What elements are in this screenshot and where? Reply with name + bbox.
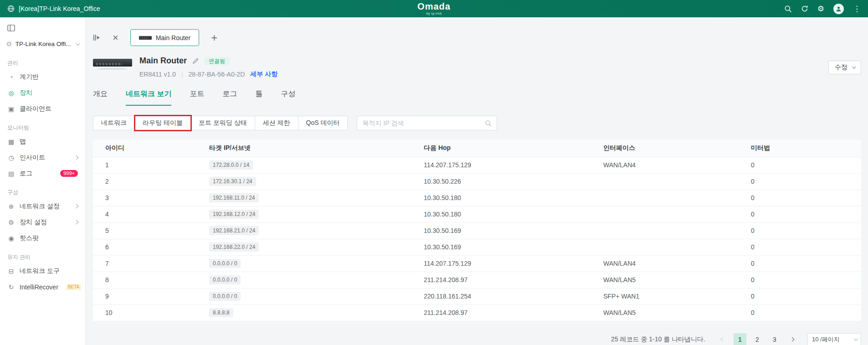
edit-name-icon[interactable] bbox=[192, 57, 199, 64]
cell-next-hop: 114.207.175.129 bbox=[411, 255, 591, 272]
sidebar-item-clients[interactable]: ▣ 클라이언트 bbox=[0, 101, 85, 117]
search-icon[interactable] bbox=[784, 5, 792, 13]
table-row: 4 192.168.12.0 / 24 10.30.50.180 0 bbox=[93, 206, 861, 222]
page-button-2[interactable]: 2 bbox=[751, 333, 764, 345]
table-row: 2 172.16.30.1 / 24 10.30.50.226 0 bbox=[93, 173, 861, 190]
col-target: 타겟 IP/서브넷 bbox=[197, 139, 411, 157]
sidebar-item-insight[interactable]: ◷ 인사이트 bbox=[0, 149, 85, 165]
tab-ports[interactable]: 포트 bbox=[190, 89, 204, 106]
cell-next-hop: 10.30.50.169 bbox=[411, 222, 591, 239]
user-avatar[interactable] bbox=[833, 4, 844, 14]
cell-target: 172.28.0.0 / 14 bbox=[197, 157, 411, 173]
sidebar-item-dashboard[interactable]: ◔ 계기반 bbox=[0, 69, 85, 85]
clients-icon: ▣ bbox=[7, 105, 15, 113]
log-icon: ▤ bbox=[7, 170, 15, 177]
subtab-port-forwarding[interactable]: 포트 포워딩 상태 bbox=[191, 116, 255, 130]
close-icon[interactable]: × bbox=[113, 33, 118, 43]
current-site-label: [Korea]TP-Link Korea_Office bbox=[19, 5, 100, 12]
cell-target: 192.168.11.0 / 24 bbox=[197, 190, 411, 206]
subtab-session-limit[interactable]: 세션 제한 bbox=[255, 116, 298, 130]
device-mac: 28-87-BA-56-A0-2D bbox=[189, 71, 245, 78]
table-row: 3 192.168.11.0 / 24 10.30.50.180 0 bbox=[93, 190, 861, 206]
subnet-chip: 8.8.8.8 bbox=[209, 308, 233, 317]
expand-panel-icon[interactable] bbox=[93, 34, 101, 41]
device-tabs: 개요 네트워크 보기 포트 로그 툴 구성 bbox=[93, 89, 861, 106]
sidebar-item-hotspot[interactable]: ◉ 핫스팟 bbox=[0, 230, 85, 246]
subtab-qos[interactable]: QoS 데이터 bbox=[298, 116, 348, 130]
sidebar-item-devices[interactable]: ◎ 장치 bbox=[0, 85, 85, 101]
sidebar-item-label: IntelliRecover bbox=[20, 283, 58, 291]
main-content: × Main Router + Main Router 연결됨 ER8411 v… bbox=[86, 17, 868, 345]
cell-next-hop: 10.30.50.226 bbox=[411, 173, 591, 190]
cell-interface bbox=[591, 222, 739, 239]
search-icon[interactable] bbox=[485, 120, 492, 127]
subtab-network[interactable]: 네트워크 bbox=[93, 116, 135, 130]
next-page-icon[interactable] bbox=[786, 333, 798, 345]
sidebar-item-label: 맵 bbox=[20, 138, 26, 146]
tab-network-view[interactable]: 네트워크 보기 bbox=[126, 89, 171, 106]
sidebar-item-intellirecover[interactable]: ↻ IntelliRecover BETA bbox=[0, 279, 85, 295]
cell-target: 192.168.21.0 / 24 bbox=[197, 222, 411, 239]
sidebar-item-network-tools[interactable]: ⊟ 네트워크 도구 bbox=[0, 263, 85, 279]
cell-id: 4 bbox=[93, 206, 197, 222]
add-tab-icon[interactable]: + bbox=[211, 32, 217, 43]
map-icon: ▦ bbox=[7, 138, 15, 145]
status-badge: 연결됨 bbox=[205, 57, 229, 65]
more-menu-icon[interactable]: ⋮ bbox=[853, 5, 861, 13]
prev-page-icon[interactable] bbox=[716, 333, 729, 345]
table-row: 8 0.0.0.0 / 0 211.214.208.97 WAN/LAN5 0 bbox=[93, 272, 861, 288]
sidebar-collapse-icon[interactable] bbox=[7, 25, 15, 31]
tab-overview[interactable]: 개요 bbox=[93, 89, 108, 106]
cell-id: 10 bbox=[93, 304, 197, 321]
site-label-group[interactable]: [Korea]TP-Link Korea_Office bbox=[7, 5, 100, 12]
cell-next-hop: 211.214.208.97 bbox=[411, 272, 591, 288]
sidebar-item-device-settings[interactable]: ⚙ 장치 설정 bbox=[0, 214, 85, 230]
tab-logs[interactable]: 로그 bbox=[222, 89, 237, 106]
device-tab-main-router[interactable]: Main Router bbox=[130, 29, 199, 46]
sidebar-section-config: 구성 bbox=[0, 181, 85, 198]
sidebar-item-network-settings[interactable]: ⊕ 네트워크 설정 bbox=[0, 198, 85, 214]
topbar: [Korea]TP-Link Korea_Office Omada by tp-… bbox=[0, 0, 868, 17]
refresh-icon[interactable] bbox=[801, 5, 808, 12]
search-input[interactable] bbox=[362, 119, 485, 127]
cell-target: 0.0.0.0 / 0 bbox=[197, 255, 411, 272]
page-size-select[interactable]: 10 /페이지 bbox=[807, 333, 861, 345]
sidebar-item-label: 핫스팟 bbox=[20, 234, 39, 242]
edit-button-label: 수정 bbox=[835, 63, 847, 72]
table-row: 10 8.8.8.8 211.214.208.97 WAN/LAN5 0 bbox=[93, 304, 861, 321]
cell-id: 2 bbox=[93, 173, 197, 190]
site-selector[interactable]: ⊙ TP-Link Korea Offi... bbox=[0, 35, 85, 52]
details-link[interactable]: 세부 사항 bbox=[250, 70, 277, 78]
cell-metric: 0 bbox=[739, 190, 861, 206]
edit-dropdown-button[interactable]: 수정 bbox=[828, 61, 861, 74]
subtab-group: 네트워크 라우팅 테이블 포트 포워딩 상태 세션 제한 QoS 데이터 bbox=[93, 116, 348, 130]
col-interface: 인터페이스 bbox=[591, 139, 739, 157]
tab-config[interactable]: 구성 bbox=[281, 89, 295, 106]
gear-icon[interactable]: ⚙ bbox=[817, 5, 824, 13]
chevron-right-icon bbox=[74, 220, 79, 225]
device-header: Main Router 연결됨 ER8411 v1.0 | 28-87-BA-5… bbox=[93, 56, 861, 78]
chevron-down-icon bbox=[76, 41, 80, 46]
subtab-routing-table[interactable]: 라우팅 테이블 bbox=[135, 116, 191, 130]
page-button-1[interactable]: 1 bbox=[734, 333, 746, 345]
sidebar-item-map[interactable]: ▦ 맵 bbox=[0, 134, 85, 149]
page-button-3[interactable]: 3 bbox=[768, 333, 781, 345]
cell-interface bbox=[591, 239, 739, 255]
cell-interface: WAN/LAN4 bbox=[591, 157, 739, 173]
table-row: 9 0.0.0.0 / 0 220.118.161.254 SFP+ WAN1 … bbox=[93, 288, 861, 304]
cell-next-hop: 211.214.208.97 bbox=[411, 304, 591, 321]
cell-id: 1 bbox=[93, 157, 197, 173]
table-row: 1 172.28.0.0 / 14 114.207.175.129 WAN/LA… bbox=[93, 157, 861, 173]
cell-target: 192.168.12.0 / 24 bbox=[197, 206, 411, 222]
cell-next-hop: 220.118.161.254 bbox=[411, 288, 591, 304]
cell-interface: WAN/LAN5 bbox=[591, 304, 739, 321]
tab-tools[interactable]: 툴 bbox=[255, 89, 262, 106]
sidebar-item-logs[interactable]: ▤ 로그 999+ bbox=[0, 165, 85, 181]
device-model: ER8411 v1.0 bbox=[139, 71, 176, 78]
sidebar-item-label: 클라이언트 bbox=[20, 105, 51, 113]
hotspot-icon: ◉ bbox=[7, 235, 15, 242]
device-name: Main Router bbox=[139, 56, 187, 66]
subnet-chip: 0.0.0.0 / 0 bbox=[209, 275, 241, 284]
devices-icon: ◎ bbox=[7, 89, 15, 97]
network-tools-icon: ⊟ bbox=[7, 268, 15, 275]
